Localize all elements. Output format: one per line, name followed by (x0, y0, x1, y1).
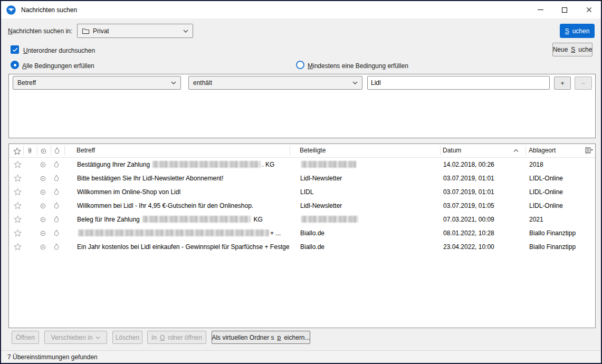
read-status-icon[interactable] (40, 203, 46, 209)
date-cell: 23.04.2022, 10:00 (443, 240, 525, 254)
condition-operator-value: enthält (193, 79, 349, 87)
location-cell: Biallo Finanztipp (529, 240, 586, 254)
read-column-header[interactable] (41, 148, 46, 154)
read-status-icon[interactable] (40, 244, 46, 250)
read-status-icon[interactable] (40, 217, 46, 223)
star-icon[interactable] (14, 215, 22, 223)
subject-cell: Willkommen bei Lidl - Ihr 4,95 €-Gutsche… (77, 199, 289, 213)
condition-value-input[interactable] (367, 76, 550, 90)
location-cell: LIDL-Online (529, 171, 586, 185)
subject-cell: Bitte bestätigen Sie Ihr Lidl-Newsletter… (77, 171, 289, 185)
minimize-icon (538, 9, 543, 10)
match-any-radio[interactable] (296, 61, 304, 69)
flag-column-header[interactable] (13, 147, 21, 155)
junk-status-icon[interactable] (53, 202, 60, 209)
subject-cell: Beleg für Ihre Zahlung KG (77, 213, 289, 226)
star-icon[interactable] (14, 188, 22, 196)
redacted-text (301, 216, 358, 223)
folder-icon (82, 27, 90, 34)
table-row[interactable]: Willkommen im Online-Shop von Lidl LIDL … (9, 185, 595, 199)
match-all-radio[interactable] (11, 61, 19, 69)
table-row[interactable]: + ... Biallo.de 08.01.2022, 10:28 Biallo… (9, 226, 595, 240)
star-icon[interactable] (14, 202, 22, 209)
participant-cell: Biallo.de (300, 240, 439, 254)
search-subfolders-checkbox[interactable] (11, 45, 19, 54)
junk-status-icon[interactable] (53, 175, 60, 181)
column-separator (23, 146, 24, 155)
search-in-label: Nachrichten suchen in: (8, 27, 72, 35)
star-icon[interactable] (14, 229, 22, 237)
column-separator (290, 146, 290, 155)
open-button: Öffnen (12, 331, 39, 344)
column-separator (51, 146, 51, 155)
status-bar: 7 Übereinstimmungen gefunden (1, 350, 601, 363)
star-icon[interactable] (14, 160, 22, 168)
subject-cell: Bestätigung Ihrer Zahlung . KG (77, 158, 289, 171)
match-all-label: Alle Bedingungen erfüllen (22, 62, 94, 70)
add-condition-button[interactable]: + (554, 76, 571, 90)
participant-cell (300, 213, 439, 226)
subject-cell: Ein Jahr kostenlos bei Lidl einkaufen - … (77, 240, 289, 254)
search-folder-value: Privat (93, 27, 180, 35)
star-icon[interactable] (14, 174, 22, 182)
maximize-button[interactable] (552, 1, 577, 18)
column-header-betreff[interactable]: Betreff (77, 144, 95, 157)
location-cell: Biallo Finanztipp (529, 226, 586, 240)
open-in-folder-button: In Ordner öffnen (147, 331, 206, 344)
minimize-button[interactable] (528, 1, 552, 18)
column-header-beteiligte[interactable]: Beteiligte (300, 144, 326, 157)
flame-icon (54, 147, 60, 154)
junk-status-icon[interactable] (53, 229, 60, 236)
star-icon[interactable] (14, 243, 22, 251)
participant-cell: LIDL (300, 185, 439, 199)
read-status-icon[interactable] (40, 176, 46, 181)
chevron-down-icon (171, 81, 176, 84)
search-button[interactable]: Suchen (560, 24, 595, 38)
junk-column-header[interactable] (54, 147, 60, 154)
table-row[interactable]: Beleg für Ihre Zahlung KG 07.03.2021, 00… (9, 213, 595, 226)
date-cell: 08.01.2022, 10:28 (443, 226, 525, 240)
check-icon (12, 47, 18, 52)
redacted-text (142, 216, 251, 223)
sort-ascending-icon (513, 149, 519, 152)
delete-button: Löschen (112, 331, 142, 344)
column-separator (64, 146, 65, 155)
column-separator (37, 146, 37, 155)
table-row[interactable]: Bitte bestätigen Sie Ihr Lidl-Newsletter… (9, 171, 595, 185)
close-icon (586, 7, 592, 13)
titlebar: Nachrichten suchen (1, 1, 601, 18)
attachment-column-header[interactable] (27, 147, 33, 154)
save-virtual-folder-button[interactable]: Als virtuellen Ordner speichern... (212, 331, 310, 344)
read-status-icon[interactable] (40, 189, 46, 195)
location-cell: 2021 (529, 213, 586, 226)
date-cell: 03.07.2019, 01:05 (443, 199, 525, 213)
redacted-text (152, 161, 261, 168)
column-header-ablageort[interactable]: Ablageort (529, 144, 556, 157)
chevron-down-icon (352, 81, 358, 84)
table-row[interactable]: Ein Jahr kostenlos bei Lidl einkaufen - … (9, 240, 595, 254)
junk-status-icon[interactable] (53, 243, 60, 250)
junk-status-icon[interactable] (53, 216, 60, 223)
table-row[interactable]: Bestätigung Ihrer Zahlung . KG 14.02.201… (9, 158, 595, 171)
date-cell: 07.03.2021, 00:09 (443, 213, 525, 226)
subject-cell: Willkommen im Online-Shop von Lidl (77, 185, 289, 199)
read-status-icon[interactable] (40, 231, 46, 236)
read-status-icon[interactable] (40, 162, 46, 168)
remove-condition-button: − (575, 76, 592, 90)
condition-operator-select[interactable]: enthält (188, 76, 362, 90)
new-search-button[interactable]: Neue Suche (552, 43, 593, 56)
search-folder-select[interactable]: Privat (77, 24, 193, 38)
window-title: Nachrichten suchen (21, 6, 77, 14)
junk-status-icon[interactable] (53, 188, 60, 195)
date-cell: 03.07.2019, 01:01 (443, 185, 525, 199)
table-header: Betreff Beteiligte Datum Ablageort (9, 144, 595, 158)
close-button[interactable] (577, 1, 601, 18)
condition-field-select[interactable]: Betreff (13, 76, 181, 90)
column-header-datum[interactable]: Datum (443, 144, 461, 157)
radio-dot (14, 64, 16, 66)
chevron-down-icon (95, 336, 100, 339)
results-table: Betreff Beteiligte Datum Ablageort Bestä… (8, 143, 596, 328)
column-picker-button[interactable] (585, 147, 593, 154)
table-row[interactable]: Willkommen bei Lidl - Ihr 4,95 €-Gutsche… (9, 199, 595, 213)
junk-status-icon[interactable] (53, 161, 60, 168)
